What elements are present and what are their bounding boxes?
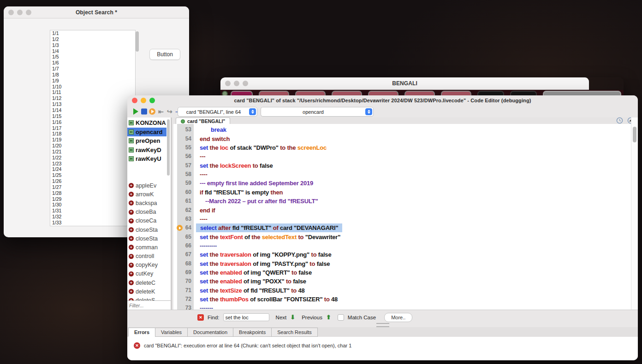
find-next-button[interactable]: Next	[276, 315, 287, 320]
list-item[interactable]: 1/27	[50, 184, 135, 190]
list-item[interactable]: 1/32	[50, 214, 135, 220]
line-number[interactable]: 60	[177, 188, 194, 197]
list-item[interactable]: 1/3	[50, 42, 135, 48]
tab-breakpoints[interactable]: Breakpoints	[233, 328, 272, 337]
line-number[interactable]: 69	[177, 268, 194, 277]
code-text[interactable]: ----	[200, 170, 208, 179]
close-button[interactable]	[8, 10, 14, 15]
zoom-button[interactable]	[26, 10, 31, 15]
list-item[interactable]: 1/11	[50, 89, 135, 95]
sidebar-handler-preOpen[interactable]: HpreOpen	[127, 136, 166, 146]
list-item[interactable]: 1/25	[50, 172, 135, 178]
code-text[interactable]: ---------	[200, 241, 217, 250]
code-line-55[interactable]: 55set the loc of stack "DWPro" to the sc…	[173, 143, 638, 152]
list-item[interactable]: 1/30	[50, 202, 135, 208]
code-line-71[interactable]: 71set the textSize of fld "fRESULT" to 4…	[173, 286, 638, 295]
tab-documentation[interactable]: Documentation	[187, 328, 233, 337]
code-line-67[interactable]: 67set the traversalon of img "KOPPY.png"…	[173, 250, 638, 259]
context-dropdown[interactable]: card "BENGALI", line 64	[178, 107, 257, 117]
list-item[interactable]: 1/18	[50, 131, 135, 137]
list-item[interactable]: 1/33	[50, 220, 135, 226]
code-line-63[interactable]: 63----	[173, 215, 638, 223]
minimize-button[interactable]	[141, 98, 146, 103]
line-number[interactable]: 63	[177, 215, 194, 223]
list-item[interactable]: 1/10	[50, 84, 135, 90]
find-previous-button[interactable]: Previous	[302, 315, 322, 320]
code-line-57[interactable]: 57set the lockScreen to false	[173, 161, 638, 170]
code-text[interactable]: ---	[200, 152, 205, 161]
line-number[interactable]: 56	[177, 152, 194, 161]
line-number[interactable]: 54	[177, 135, 194, 143]
code-text[interactable]: set the traversalon of img "KOPPY.png" t…	[200, 250, 331, 259]
list-item[interactable]: 1/26	[50, 178, 135, 184]
code-text[interactable]: set the traversalon of img "PASTY.png" t…	[200, 259, 330, 268]
code-text[interactable]: set the lockScreen to false	[200, 161, 273, 170]
code-text[interactable]: end switch	[200, 135, 230, 143]
sidebar-message-closeSta[interactable]: +closeSta	[127, 225, 166, 234]
sidebar-message-closeCa[interactable]: +closeCa	[127, 217, 166, 225]
tab-errors[interactable]: Errors	[128, 328, 155, 337]
code-scrollbar-thumb[interactable]	[633, 127, 636, 142]
line-number[interactable]: 66	[177, 241, 194, 250]
list-item[interactable]: 1/17	[50, 125, 135, 131]
code-text[interactable]: break	[200, 125, 226, 134]
tab-variables[interactable]: Variables	[155, 328, 188, 337]
line-number[interactable]: 72	[177, 295, 194, 304]
step-over-icon[interactable]: ⇤	[158, 108, 164, 115]
sidebar-message-deleteC[interactable]: +deleteC	[127, 278, 166, 287]
code-line-56[interactable]: 56---	[173, 152, 638, 161]
code-line-59[interactable]: 59--- empty first line added September 2…	[173, 179, 638, 188]
code-text[interactable]: end if	[200, 206, 215, 215]
sidebar-message-closeSta[interactable]: +closeSta	[127, 234, 166, 243]
list-item[interactable]: 1/28	[50, 190, 135, 196]
sidebar-message-cutKey[interactable]: +cutKey	[127, 270, 166, 278]
line-number[interactable]: 70	[177, 277, 194, 286]
line-number[interactable]: 71	[177, 286, 194, 295]
code-text[interactable]: set the enabled of img "QWERT" to false	[200, 268, 312, 277]
close-button[interactable]	[225, 81, 231, 86]
pane-resize-handle[interactable]	[376, 323, 389, 327]
match-case-checkbox[interactable]	[338, 314, 344, 321]
script-tab[interactable]: card "BENGALI"	[176, 117, 230, 124]
code-text[interactable]: select after fld "fRESULT" of card "DEVA…	[196, 223, 342, 232]
code-editor-viewport[interactable]: 52-- ---- --- ---- ------ -- ------ ----…	[173, 124, 638, 310]
list-item[interactable]: 1/19	[50, 137, 135, 143]
code-line-54[interactable]: 54end switch	[173, 135, 638, 143]
sidebar-handler-KONZONA[interactable]: HKONZONA	[127, 118, 166, 128]
code-text[interactable]: -------	[200, 304, 213, 310]
list-item[interactable]: 1/15	[50, 113, 135, 119]
line-number[interactable]: 67	[177, 250, 194, 259]
line-number[interactable]: 65	[177, 233, 194, 241]
sidebar-handler-rawKeyU[interactable]: HrawKeyU	[127, 154, 166, 164]
code-line-69[interactable]: 69set the enabled of img "QWERT" to fals…	[173, 268, 638, 277]
list-item[interactable]: 1/24	[50, 166, 135, 172]
list-item[interactable]: 1/20	[50, 143, 135, 149]
list-item[interactable]: 1/12	[50, 95, 135, 101]
handler-dropdown[interactable]: opencard	[261, 107, 374, 117]
line-number[interactable]: 68	[177, 259, 194, 268]
code-line-68[interactable]: 68set the traversalon of img "PASTY.png"…	[173, 259, 638, 268]
sidebar-message-closeBa[interactable]: +closeBa	[127, 208, 166, 217]
history-clock-icon[interactable]	[616, 117, 623, 124]
code-text[interactable]: --- empty first line added September 201…	[200, 179, 313, 188]
sidebar-message-deleteK[interactable]: +deleteK	[127, 287, 166, 296]
list-item[interactable]: 1/8	[50, 72, 135, 78]
line-number[interactable]: 57	[177, 161, 194, 170]
list-item[interactable]: 1/23	[50, 161, 135, 167]
line-number[interactable]: 59	[177, 179, 194, 188]
zoom-button[interactable]	[149, 98, 155, 103]
code-line-61[interactable]: 61--March 2022 – put cr after fld "fRESU…	[173, 197, 638, 205]
code-text[interactable]: set the thumbPos of scrollBar "FONTSIZER…	[200, 295, 338, 304]
code-line-72[interactable]: 72set the thumbPos of scrollBar "FONTSIZ…	[173, 295, 638, 304]
list-item[interactable]: 1/29	[50, 196, 135, 202]
code-line-65[interactable]: 65set the textFont of the selectedText t…	[173, 233, 638, 241]
find-input[interactable]	[223, 313, 269, 321]
line-number[interactable]: 62	[177, 206, 194, 215]
sidebar-message-comman[interactable]: +comman	[127, 243, 166, 252]
list-item[interactable]: 1/1	[50, 30, 135, 36]
sidebar-handler-opencard[interactable]: Hopencard	[127, 128, 166, 137]
bengali-titlebar[interactable]: BENGALI	[220, 77, 589, 90]
list-item[interactable]: 1/5	[50, 54, 135, 60]
sidebar-message-arrowK[interactable]: +arrowK	[127, 190, 166, 199]
editor-titlebar[interactable]: card "BENGALI" of stack "/Users/richmond…	[127, 95, 638, 106]
